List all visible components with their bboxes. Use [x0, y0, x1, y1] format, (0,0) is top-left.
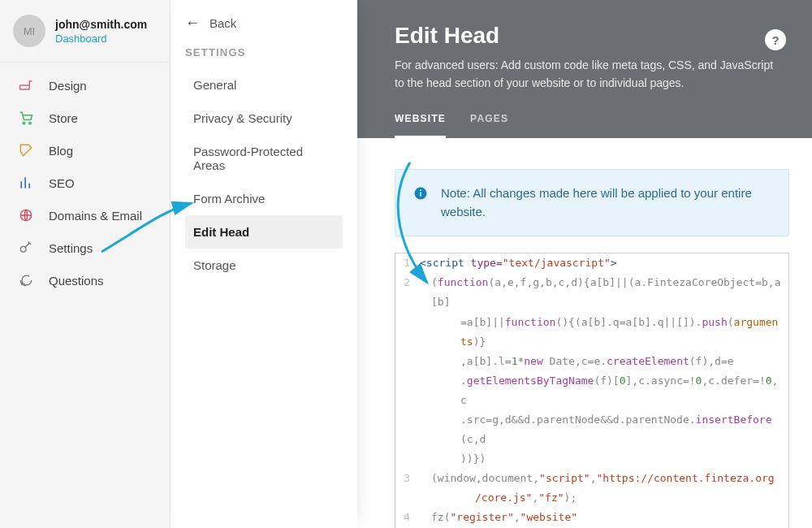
nav-label: Domains & Email: [49, 209, 142, 223]
tab-website[interactable]: WEBSITE: [395, 113, 446, 138]
settings-item-password[interactable]: Password-Protected Areas: [185, 135, 343, 182]
seo-icon: [18, 175, 34, 191]
svg-point-7: [420, 190, 421, 192]
user-header: MI john@smith.com Dashboard: [0, 0, 170, 63]
tabs: WEBSITE PAGES: [395, 113, 783, 138]
settings-item-form-archive[interactable]: Form Archive: [185, 182, 343, 215]
back-button[interactable]: ← Back: [185, 15, 343, 32]
svg-point-4: [20, 246, 26, 252]
blog-icon: [18, 142, 34, 158]
tab-pages[interactable]: PAGES: [470, 113, 508, 138]
settings-icon: [18, 240, 34, 256]
back-arrow-icon: ←: [185, 15, 200, 32]
store-icon: [18, 110, 34, 126]
svg-rect-0: [20, 85, 30, 89]
info-note: Note: All changes made here will be appl…: [395, 169, 789, 236]
main-header: ? Edit Head For advanced users: Add cust…: [357, 0, 812, 138]
back-label: Back: [209, 16, 236, 30]
sidebar-left: MI john@smith.com Dashboard Design Store: [0, 0, 171, 528]
svg-point-1: [23, 122, 25, 124]
svg-rect-6: [420, 193, 421, 197]
nav-item-store[interactable]: Store: [0, 102, 170, 134]
nav-list: Design Store Blog SEO: [0, 63, 170, 303]
chat-icon: [18, 272, 34, 288]
page-description: For advanced users: Add custom code like…: [395, 57, 783, 92]
nav-item-blog[interactable]: Blog: [0, 134, 170, 167]
settings-item-general[interactable]: General: [185, 68, 343, 102]
code-editor[interactable]: 1<script type="text/javascript"> 2(funct…: [395, 253, 789, 528]
nav-label: Settings: [49, 241, 93, 255]
nav-item-seo[interactable]: SEO: [0, 167, 170, 199]
nav-item-design[interactable]: Design: [0, 69, 170, 102]
nav-item-questions[interactable]: Questions: [0, 264, 170, 296]
nav-label: Blog: [49, 144, 73, 158]
settings-panel: ← Back SETTINGS General Privacy & Securi…: [171, 0, 357, 528]
svg-point-2: [29, 122, 32, 124]
nav-label: SEO: [49, 176, 75, 190]
info-icon: [413, 186, 428, 201]
design-icon: [18, 77, 34, 93]
nav-label: Questions: [49, 274, 104, 288]
info-note-text: Note: All changes made here will be appl…: [441, 184, 771, 221]
dashboard-link[interactable]: Dashboard: [55, 32, 147, 45]
avatar: MI: [13, 15, 45, 47]
main-content: ? Edit Head For advanced users: Add cust…: [357, 0, 812, 528]
nav-label: Design: [49, 79, 87, 93]
nav-label: Store: [49, 111, 78, 125]
user-email: john@smith.com: [55, 18, 147, 31]
settings-item-storage[interactable]: Storage: [185, 249, 343, 282]
help-button[interactable]: ?: [765, 29, 786, 50]
settings-item-edit-head[interactable]: Edit Head: [185, 215, 343, 249]
settings-list: General Privacy & Security Password-Prot…: [185, 68, 343, 282]
settings-panel-title: SETTINGS: [185, 46, 343, 58]
nav-item-settings[interactable]: Settings: [0, 232, 170, 264]
main-body: Note: All changes made here will be appl…: [357, 138, 812, 528]
page-title: Edit Head: [395, 23, 783, 49]
nav-item-domains[interactable]: Domains & Email: [0, 199, 170, 232]
settings-item-privacy[interactable]: Privacy & Security: [185, 102, 343, 135]
globe-icon: [18, 207, 34, 223]
